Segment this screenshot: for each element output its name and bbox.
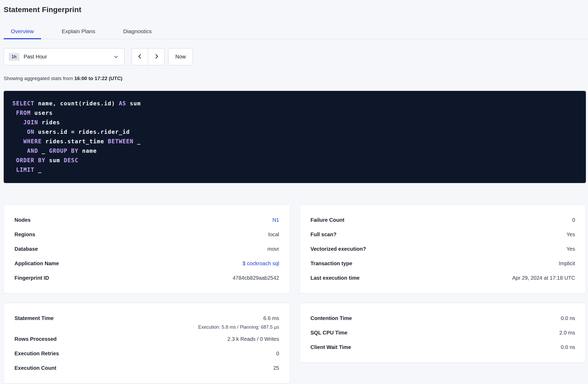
row-value: local	[268, 232, 279, 237]
sql-line: ON users.id = rides.rider_id	[12, 127, 577, 137]
stats-note-prefix: Showing aggregated stats from	[4, 76, 73, 81]
now-button[interactable]: Now	[168, 48, 193, 65]
sql-token: _	[34, 167, 42, 173]
card-row: Last execution timeApr 29, 2024 at 17:18…	[311, 271, 575, 285]
row-value: Yes	[566, 232, 575, 237]
card-row: Vectorized execution?Yes	[311, 242, 575, 256]
row-label: Fingerprint ID	[14, 275, 49, 281]
card-row: Execution Count25	[14, 361, 279, 375]
tab-diagnostics[interactable]: Diagnostics	[116, 24, 159, 39]
row-value-wrap: Implicit	[559, 260, 575, 267]
card-row: Failure Count0	[311, 213, 575, 227]
row-value: 2.0 ms	[559, 330, 575, 336]
sql-token: name	[78, 148, 97, 154]
row-value-wrap: 0.0 ns	[561, 315, 575, 321]
sql-token: _	[133, 138, 141, 145]
row-label: Application Name	[14, 260, 59, 267]
row-value: 0	[276, 351, 279, 356]
summary-cards: NodesN1RegionslocalDatabasemovrApplicati…	[4, 205, 586, 383]
row-value-wrap: N1	[272, 217, 279, 223]
previous-interval-button[interactable]	[132, 48, 148, 65]
page-title: Statement Fingerprint	[4, 5, 588, 14]
card-row: Transaction typeImplicit	[311, 256, 575, 271]
sql-keyword: GROUP BY	[49, 148, 78, 154]
resource-usage-card: Contention Time0.0 nsSQL CPU Time2.0 msC…	[300, 303, 586, 363]
sql-line: ORDER BY sum DESC	[12, 156, 577, 165]
row-value: 6.6 ms	[198, 311, 279, 326]
sql-keyword: WHERE	[12, 138, 42, 145]
row-value-link[interactable]: N1	[272, 217, 279, 223]
sql-token: sum	[126, 100, 141, 107]
page-content: 1h Past Hour Now Sho	[0, 48, 588, 383]
row-value-wrap: Yes	[566, 232, 575, 238]
sql-token: _	[38, 148, 49, 154]
sql-line: JOIN rides	[12, 118, 577, 127]
chevron-left-icon	[137, 53, 143, 60]
row-label: Database	[14, 246, 38, 252]
time-range-label: Past Hour	[24, 54, 47, 60]
row-value-wrap: Apr 29, 2024 at 17:18 UTC	[512, 275, 575, 281]
execution-attributes-card: Failure Count0Full scan?YesVectorized ex…	[300, 205, 586, 293]
card-row: Full scan?Yes	[311, 227, 575, 242]
row-value: Yes	[566, 246, 575, 252]
row-value: 0	[572, 217, 575, 223]
row-label: Transaction type	[311, 260, 352, 267]
row-value-link[interactable]: $ cockroach sql	[243, 260, 279, 266]
row-label: Regions	[14, 232, 35, 238]
aggregated-stats-note: Showing aggregated stats from 16:00 to 1…	[4, 75, 586, 82]
sql-keyword: ORDER BY	[12, 157, 46, 164]
row-value: Apr 29, 2024 at 17:18 UTC	[512, 275, 575, 281]
next-interval-button[interactable]	[148, 48, 165, 65]
sql-line: WHERE rides.start_time BETWEEN _	[12, 137, 577, 146]
sql-line: LIMIT _	[12, 165, 577, 175]
row-subtext: Execution: 5.8 ms / Planning: 687.5 µs	[198, 324, 279, 330]
row-label: Nodes	[14, 217, 31, 223]
row-label: Failure Count	[311, 217, 345, 223]
sql-keyword: FROM	[12, 110, 31, 116]
chevron-right-icon	[153, 53, 160, 60]
row-value: Implicit	[559, 260, 575, 266]
stats-note-range: 16:00 to 17:22 (UTC)	[74, 76, 122, 81]
chevron-down-icon	[113, 54, 119, 60]
row-value-wrap: $ cockroach sql	[243, 260, 279, 267]
row-label: Contention Time	[311, 315, 352, 321]
card-row: Regionslocal	[14, 227, 279, 242]
sql-line: AND _ GROUP BY name	[12, 146, 577, 156]
statement-details-card: NodesN1RegionslocalDatabasemovrApplicati…	[4, 205, 290, 293]
tab-bar: Overview Explain Plans Diagnostics	[0, 24, 588, 39]
sql-token: name, count(rides.id)	[34, 100, 119, 107]
row-label: Execution Retries	[14, 351, 59, 357]
time-range-dropdown[interactable]: 1h Past Hour	[4, 48, 124, 65]
row-value-wrap: 6.6 msExecution: 5.8 ms / Planning: 687.…	[198, 311, 279, 330]
sql-statement-box: SELECT name, count(rides.id) AS sum FROM…	[4, 91, 586, 183]
statement-fingerprint-page: Statement Fingerprint Overview Explain P…	[0, 5, 588, 383]
sql-token: rides.start_time	[42, 138, 108, 145]
row-value-wrap: 0.0 ns	[561, 344, 575, 350]
row-value-wrap: 2.3 k Reads / 0 Writes	[227, 336, 279, 342]
row-value: movr	[267, 246, 279, 252]
row-value-wrap: 25	[273, 365, 279, 371]
row-value-wrap: 4784cb829aab2542	[233, 275, 279, 281]
card-row: Databasemovr	[14, 242, 279, 256]
time-range-badge: 1h	[9, 53, 19, 61]
card-row: Statement Time6.6 msExecution: 5.8 ms / …	[14, 311, 279, 332]
sql-keyword: JOIN	[12, 119, 38, 126]
tab-overview[interactable]: Overview	[4, 24, 41, 39]
row-label: Execution Count	[14, 365, 56, 371]
row-label: Client Wait Time	[311, 344, 351, 350]
sql-keyword: BETWEEN	[108, 138, 134, 145]
row-value-wrap: 0	[572, 217, 575, 223]
statement-times-card: Statement Time6.6 msExecution: 5.8 ms / …	[4, 303, 290, 383]
card-row: Application Name$ cockroach sql	[14, 256, 279, 271]
card-row: Fingerprint ID4784cb829aab2542	[14, 271, 279, 285]
row-value-wrap: movr	[267, 246, 279, 252]
card-row: Rows Processed2.3 k Reads / 0 Writes	[14, 332, 279, 346]
row-value-wrap: 2.0 ms	[559, 330, 575, 336]
tab-explain-plans[interactable]: Explain Plans	[55, 24, 102, 39]
row-value: 4784cb829aab2542	[233, 275, 279, 281]
card-row: NodesN1	[14, 213, 279, 227]
sql-keyword: AND	[12, 148, 38, 154]
sql-line: FROM users	[12, 108, 577, 118]
interval-nav-group	[132, 48, 165, 65]
sql-keyword: ON	[12, 129, 34, 135]
